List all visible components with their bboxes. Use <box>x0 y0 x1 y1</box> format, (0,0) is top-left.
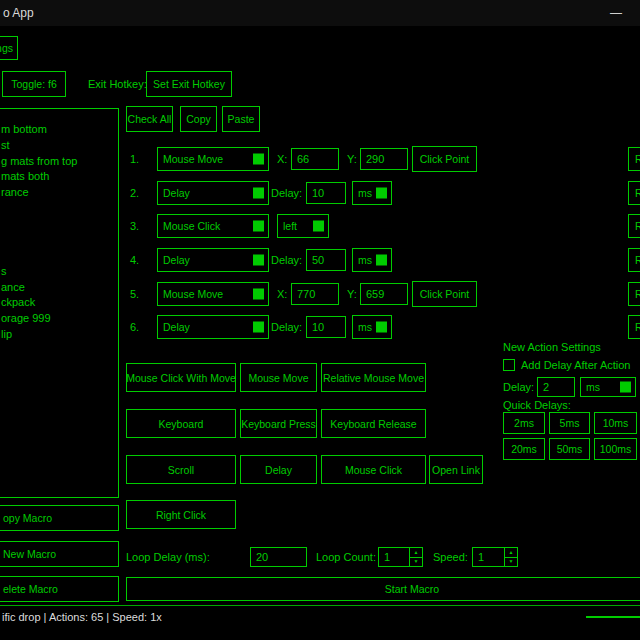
stepper-down-icon[interactable]: ▼ <box>410 558 422 567</box>
new-macro-button[interactable]: New Macro <box>0 541 119 567</box>
mouse-button-dropdown[interactable]: left <box>277 214 329 238</box>
quick-delay-2ms-button[interactable]: 2ms <box>503 412 545 434</box>
macro-list-item[interactable]: ance <box>1 281 25 293</box>
action-type-dropdown[interactable]: Mouse Move <box>157 147 269 171</box>
action-type-dropdown[interactable]: Mouse Click <box>157 214 269 238</box>
delay-unit-dropdown[interactable]: ms <box>352 181 392 205</box>
window-title: o App <box>3 6 34 20</box>
new-action-delay-input[interactable] <box>537 377 575 397</box>
dropdown-indicator-icon <box>313 221 324 232</box>
add-mouse-click-with-move-button[interactable]: Mouse Click With Move <box>126 363 236 392</box>
macro-list-item[interactable]: m bottom <box>1 123 47 135</box>
add-keyboard-button[interactable]: Keyboard <box>126 409 236 438</box>
status-bar-divider <box>0 605 640 606</box>
delay-input[interactable] <box>306 249 346 271</box>
start-macro-button[interactable]: Start Macro <box>126 577 640 601</box>
mouse-button-value: left <box>278 220 297 232</box>
macro-list-item[interactable]: lip <box>1 328 12 340</box>
paste-actions-button[interactable]: Paste <box>222 106 260 132</box>
click-point-button[interactable]: Click Point <box>412 146 477 172</box>
toggle-hotkey-button[interactable]: Toggle: f6 <box>2 71 66 97</box>
quick-delay-50ms-button[interactable]: 50ms <box>549 438 590 460</box>
add-right-click-button[interactable]: Right Click <box>126 500 236 529</box>
dropdown-indicator-icon <box>253 221 264 232</box>
stepper-up-icon[interactable]: ▲ <box>410 548 422 558</box>
delay-unit-dropdown[interactable]: ms <box>352 248 392 272</box>
tab-settings[interactable]: ngs <box>0 36 18 60</box>
add-delay-after-action-label: Add Delay After Action <box>521 359 630 372</box>
action-type-value: Delay <box>158 187 190 199</box>
add-keyboard-release-button[interactable]: Keyboard Release <box>321 409 426 438</box>
delay-unit-dropdown[interactable]: ms <box>352 315 392 339</box>
y-input[interactable] <box>360 148 408 170</box>
add-delay-button[interactable]: Delay <box>240 455 317 484</box>
remove-action-button[interactable]: R <box>628 214 640 238</box>
delay-input[interactable] <box>306 316 346 338</box>
corner-overlay <box>586 616 640 640</box>
macro-list-item[interactable]: s <box>1 265 7 277</box>
delay-input[interactable] <box>306 182 346 204</box>
action-type-dropdown[interactable]: Delay <box>157 315 269 339</box>
check-all-button[interactable]: Check All <box>126 106 173 132</box>
action-row-number: 3. <box>130 220 139 233</box>
title-bar: o App — <box>0 0 640 26</box>
action-row-number: 6. <box>130 321 139 334</box>
click-point-button[interactable]: Click Point <box>412 281 477 307</box>
x-input[interactable] <box>291 148 339 170</box>
remove-action-button[interactable]: R <box>628 248 640 272</box>
minimize-button[interactable]: — <box>596 0 636 26</box>
quick-delay-100ms-button[interactable]: 100ms <box>594 438 637 460</box>
add-open-link-button[interactable]: Open Link <box>429 455 483 484</box>
dropdown-indicator-icon <box>253 322 264 333</box>
remove-action-button[interactable]: R <box>628 147 640 171</box>
new-action-settings-title: New Action Settings <box>503 341 601 354</box>
macro-list-item[interactable]: mats both <box>1 170 49 182</box>
delay-label: Delay: <box>271 254 302 267</box>
remove-action-button[interactable]: R <box>628 181 640 205</box>
action-row-number: 2. <box>130 187 139 200</box>
loop-count-stepper[interactable]: 1 ▲ ▼ <box>378 547 423 567</box>
action-type-dropdown[interactable]: Delay <box>157 248 269 272</box>
macro-list-item[interactable]: g mats from top <box>1 155 77 167</box>
action-type-dropdown[interactable]: Mouse Move <box>157 282 269 306</box>
new-action-delay-unit-dropdown[interactable]: ms <box>580 377 636 397</box>
dropdown-indicator-icon <box>376 255 387 266</box>
stepper-up-icon[interactable]: ▲ <box>505 548 517 558</box>
new-action-delay-unit-value: ms <box>581 381 600 393</box>
remove-action-button[interactable]: R <box>628 315 640 339</box>
macro-list: m bottom st g mats from top mats both ra… <box>0 108 119 498</box>
add-delay-after-action-checkbox[interactable] <box>503 359 515 371</box>
loop-delay-input[interactable] <box>250 547 307 567</box>
delay-unit-value: ms <box>353 254 372 266</box>
add-mouse-move-button[interactable]: Mouse Move <box>240 363 317 392</box>
action-type-dropdown[interactable]: Delay <box>157 181 269 205</box>
macro-list-item[interactable]: orage 999 <box>1 312 51 324</box>
x-input[interactable] <box>291 283 339 305</box>
macro-list-item[interactable]: rance <box>1 186 29 198</box>
delay-unit-value: ms <box>353 187 372 199</box>
macro-list-item[interactable]: st <box>1 139 10 151</box>
quick-delay-5ms-button[interactable]: 5ms <box>549 412 590 434</box>
add-keyboard-press-button[interactable]: Keyboard Press <box>240 409 317 438</box>
copy-macro-button[interactable]: opy Macro <box>0 505 119 531</box>
add-mouse-click-button[interactable]: Mouse Click <box>321 455 426 484</box>
stepper-arrows: ▲ ▼ <box>409 548 422 566</box>
add-scroll-button[interactable]: Scroll <box>126 455 236 484</box>
x-label: X: <box>277 153 287 166</box>
add-relative-mouse-move-button[interactable]: Relative Mouse Move <box>321 363 426 392</box>
quick-delay-20ms-button[interactable]: 20ms <box>503 438 545 460</box>
quick-delay-10ms-button[interactable]: 10ms <box>594 412 637 434</box>
speed-stepper[interactable]: 1 ▲ ▼ <box>472 547 518 567</box>
y-input[interactable] <box>360 283 408 305</box>
action-type-value: Delay <box>158 254 190 266</box>
copy-actions-button[interactable]: Copy <box>180 106 217 132</box>
speed-label: Speed: <box>433 551 468 564</box>
action-type-value: Mouse Move <box>158 288 223 300</box>
dropdown-indicator-icon <box>376 188 387 199</box>
remove-action-button[interactable]: R <box>628 282 640 306</box>
set-exit-hotkey-button[interactable]: Set Exit Hotkey <box>146 71 232 97</box>
loop-count-value: 1 <box>384 551 390 563</box>
macro-list-item[interactable]: ckpack <box>1 296 35 308</box>
stepper-down-icon[interactable]: ▼ <box>505 558 517 567</box>
delete-macro-button[interactable]: elete Macro <box>0 576 119 602</box>
